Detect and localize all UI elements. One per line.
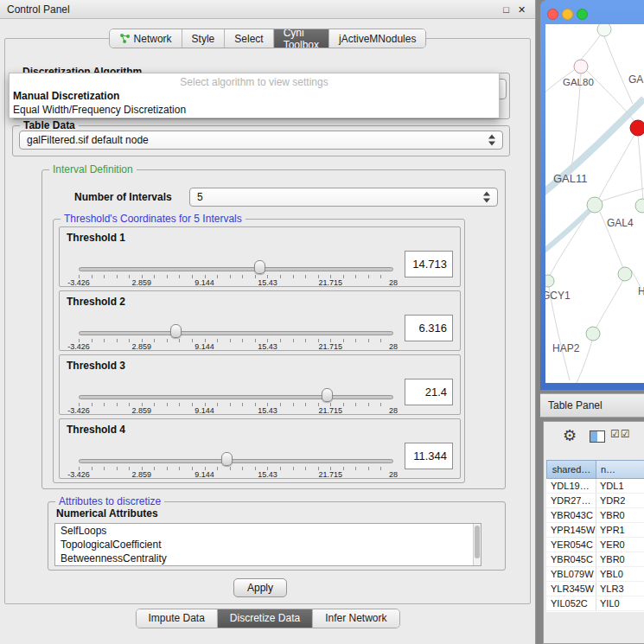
threshold-3-slider[interactable] [79,395,393,399]
threshold-2-panel: Threshold 2 -3.426 2.859 9.144 15.43 21.… [59,290,461,351]
list-item-selfloops[interactable]: SelfLoops [55,524,481,538]
network-node-gal80[interactable] [574,60,588,73]
table-row[interactable]: YPR145WYPR1 [546,523,644,538]
table-browser-window: ⚙ ☑☑ shared… n… YDL19…YDL1 YDR27…YDR2 YB… [543,421,644,644]
column-header-shared-name[interactable]: shared… [546,460,596,479]
scale-label: -3.426 [67,342,90,351]
float-window-icon[interactable]: □ [500,3,513,16]
scale-label: 21.715 [318,406,342,415]
threshold-2-slider-thumb[interactable] [170,324,182,338]
list-scrollbar[interactable] [473,524,481,565]
cell-shared-name: YIL052C [546,596,596,610]
tab-infer-network[interactable]: Infer Network [313,609,399,628]
threshold-1-value-field[interactable]: 14.713 [405,251,453,277]
threshold-3-value-field[interactable]: 21.4 [405,379,453,405]
scale-label: 15.43 [258,406,277,415]
cell-name: YBR0 [596,508,644,522]
cell-shared-name: YBR043C [546,508,596,522]
select-columns-icons[interactable]: ☑☑ [610,428,631,440]
list-item-betweennesscentrality[interactable]: BetweennessCentrality [55,552,481,565]
cell-name: YPR1 [596,523,644,537]
tab-impute-data[interactable]: Impute Data [136,609,217,628]
threshold-3-slider-thumb[interactable] [322,388,333,402]
close-traffic-icon[interactable] [547,9,558,20]
tab-jactivemnodules[interactable]: jActiveMNodules [329,29,425,48]
threshold-4-slider-thumb[interactable] [221,452,233,466]
apply-button[interactable]: Apply [233,578,287,597]
table-header-row: shared… n… [546,460,644,479]
table-row[interactable]: YDR27…YDR2 [546,494,644,508]
scale-label: 15.43 [258,342,277,351]
network-node[interactable] [597,24,611,36]
table-row[interactable]: YBR045CYBR0 [546,552,644,567]
node-label-gal11: GAL11 [553,172,588,185]
network-node-gal4[interactable] [587,197,603,213]
node-label-partial: GA [628,73,643,86]
network-node-hap2[interactable] [586,327,600,341]
network-node-selected[interactable] [630,120,644,136]
close-window-icon[interactable]: ✕ [515,3,528,16]
threshold-1-slider-thumb[interactable] [254,260,265,274]
list-item-topologicalcoefficient[interactable]: TopologicalCoefficient [55,538,481,552]
interval-definition-group: Interval Definition Number of Intervals … [41,169,506,489]
scale-label: 9.144 [194,470,214,479]
network-node[interactable] [635,199,644,213]
minimize-traffic-icon[interactable] [562,9,573,20]
table-panel-header[interactable]: Table Panel [540,393,644,418]
show-columns-icon[interactable] [590,430,605,443]
scale-label: 28 [389,278,398,287]
table-data-combobox[interactable]: galFiltered.sif default node [19,131,503,150]
scale-label: 2.859 [132,470,152,479]
tab-select[interactable]: Select [225,29,273,48]
tab-discretize-data[interactable]: Discretize Data [218,609,313,628]
dropdown-hint-option[interactable]: Select algorithm to view settings [10,73,499,89]
attributes-group: Attributes to discretize Numerical Attri… [48,501,506,571]
combo-stepper-icon [483,192,491,203]
table-row[interactable]: YBR043CYBR0 [546,508,644,523]
settings-gear-icon[interactable]: ⚙ [563,426,577,445]
tab-style[interactable]: Style [182,29,226,48]
cell-shared-name: YBL079W [546,567,596,581]
dropdown-option-manual-discretization[interactable]: Manual Discretization [10,89,499,103]
number-of-intervals-combobox[interactable]: 5 [189,188,498,207]
network-node[interactable] [618,267,632,281]
window-title: Control Panel [7,0,70,19]
table-row[interactable]: YBL079WYBL0 [546,567,644,582]
scale-label: 21.715 [318,470,342,479]
table-data-group-title: Table Data [20,119,79,131]
scale-label: 28 [389,470,398,479]
cell-name: YBR0 [596,552,644,566]
tab-cyni-toolbox[interactable]: Cyni Toolbox [274,29,329,48]
scale-label: 9.144 [194,342,214,351]
network-canvas[interactable]: GAL80 GA GAL11 GAL4 GCY1 H HAP2 [545,24,644,383]
table-row[interactable]: YER054CYER0 [546,538,644,552]
tab-network[interactable]: Network [110,29,182,48]
threshold-3-label: Threshold 3 [67,360,125,372]
column-header-name[interactable]: n… [596,460,644,479]
scale-label: 2.859 [132,278,152,287]
scale-label: 15.43 [258,470,277,479]
tab-label: jActiveMNodules [339,33,416,45]
threshold-2-slider[interactable] [79,331,393,335]
tab-label: Cyni Toolbox [284,29,319,48]
scale-label: -3.426 [67,278,90,287]
scale-label: -3.426 [67,406,90,415]
threshold-2-label: Threshold 2 [67,296,125,308]
dropdown-option-equal-width-frequency[interactable]: Equal Width/Frequency Discretization [10,103,499,117]
scrollbar-thumb[interactable] [475,526,480,558]
network-node-gcy1[interactable] [545,275,554,287]
threshold-2-value-field[interactable]: 6.316 [405,315,453,341]
threshold-4-slider[interactable] [79,459,393,463]
cell-shared-name: YPR145W [546,523,596,537]
threshold-4-scale: -3.426 2.859 9.144 15.43 21.715 28 [79,470,393,479]
tab-label: Select [234,33,263,45]
threshold-4-value-field[interactable]: 11.344 [405,443,453,469]
threshold-1-slider[interactable] [79,267,393,271]
node-label-partial: H [638,285,644,297]
table-row[interactable]: YDL19…YDL1 [546,479,644,494]
threshold-1-panel: Threshold 1 -3.426 2.859 9.144 15.43 21.… [59,226,461,287]
scale-label: 28 [389,342,398,351]
zoom-traffic-icon[interactable] [577,9,588,20]
table-row[interactable]: YIL052CYIL0 [546,596,644,611]
table-row[interactable]: YLR345WYLR3 [546,582,644,596]
